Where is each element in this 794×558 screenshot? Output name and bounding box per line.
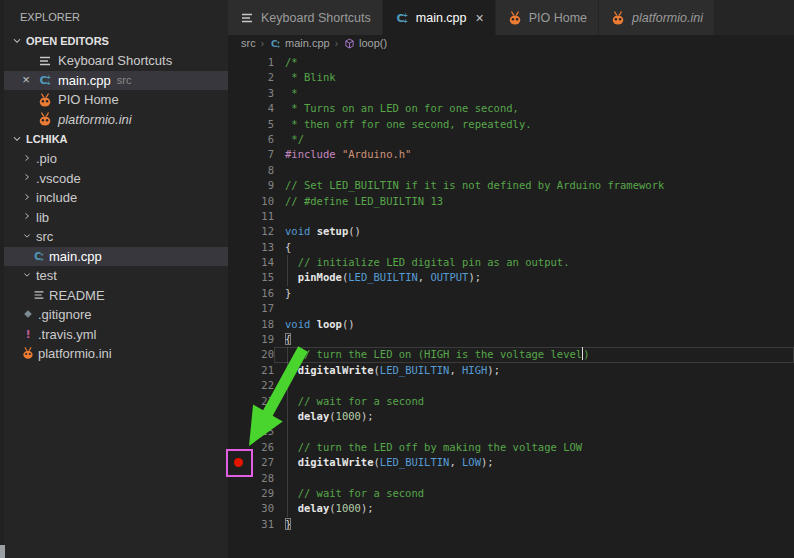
breakpoint-gutter[interactable]	[228, 394, 248, 409]
breakpoint-gutter[interactable]	[228, 317, 248, 332]
code-line-text[interactable]: /*	[274, 55, 794, 70]
tree-item-include[interactable]: include	[0, 188, 228, 208]
tree-item-src[interactable]: src	[0, 227, 228, 247]
line-number[interactable]: 24	[248, 409, 274, 424]
breakpoint-gutter[interactable]	[228, 517, 248, 532]
line-number[interactable]: 12	[248, 224, 274, 239]
code-line-text[interactable]: }	[274, 517, 794, 532]
breadcrumb-item-src[interactable]: src	[241, 37, 256, 49]
breakpoint-gutter[interactable]	[228, 117, 248, 132]
open-editor-item-pio-home[interactable]: PIO Home	[0, 90, 228, 110]
line-number[interactable]: 2	[248, 70, 274, 85]
breakpoint-gutter[interactable]	[228, 409, 248, 424]
tab-main-cpp[interactable]: C++main.cpp×	[383, 0, 496, 35]
code-line-text[interactable]: {	[274, 240, 794, 255]
line-number[interactable]: 17	[248, 301, 274, 316]
breakpoint-gutter[interactable]	[228, 501, 248, 516]
open-editor-item-platformio-ini[interactable]: platformio.ini	[0, 110, 228, 130]
code-line-text[interactable]: void setup()	[274, 224, 794, 239]
code-line-text[interactable]: * Turns on an LED on for one second,	[274, 101, 794, 116]
tree-item-lib[interactable]: lib	[0, 208, 228, 228]
line-number[interactable]: 18	[248, 317, 274, 332]
line-number[interactable]: 22	[248, 378, 274, 393]
breakpoint-gutter[interactable]	[228, 424, 248, 439]
code-line-text[interactable]: */	[274, 132, 794, 147]
breakpoint-gutter[interactable]	[228, 132, 248, 147]
code-line-text[interactable]: * then off for one second, repeatedly.	[274, 117, 794, 132]
open-editor-item-main-cpp[interactable]: ×C++main.cppsrc	[0, 71, 228, 91]
breakpoint-gutter[interactable]	[228, 240, 248, 255]
open-editors-header[interactable]: OPEN EDITORS	[0, 31, 228, 51]
line-number[interactable]: 3	[248, 86, 274, 101]
line-number[interactable]: 19	[248, 332, 274, 347]
breakpoint-gutter[interactable]	[228, 363, 248, 378]
code-line-text[interactable]	[274, 424, 794, 439]
close-icon[interactable]: ×	[18, 72, 34, 88]
open-editor-item-keyboard-shortcuts[interactable]: Keyboard Shortcuts	[0, 51, 228, 71]
tree-item-readme[interactable]: README	[0, 286, 228, 306]
breakpoint-gutter[interactable]	[228, 486, 248, 501]
code-line-text[interactable]: delay(1000);	[274, 501, 794, 516]
breakpoint-gutter[interactable]	[228, 378, 248, 393]
code-line-text[interactable]: *	[274, 86, 794, 101]
line-number[interactable]: 15	[248, 270, 274, 285]
line-number[interactable]: 7	[248, 147, 274, 162]
code-line-text[interactable]	[274, 378, 794, 393]
code-editor[interactable]: 1/*2 * Blink3 *4 * Turns on an LED on fo…	[228, 51, 794, 532]
breakpoint-gutter[interactable]	[228, 209, 248, 224]
tree-item-pio[interactable]: .pio	[0, 149, 228, 169]
breakpoint-gutter[interactable]	[228, 332, 248, 347]
breakpoint-gutter[interactable]	[228, 270, 248, 285]
line-number[interactable]: 30	[248, 501, 274, 516]
breadcrumb-item-main-cpp[interactable]: C++main.cpp	[269, 37, 330, 50]
breakpoint-gutter[interactable]	[228, 301, 248, 316]
code-line-text[interactable]: #include "Arduino.h"	[274, 147, 794, 162]
tree-item-gitignore[interactable]: .gitignore	[0, 305, 228, 325]
close-icon[interactable]: ×	[476, 11, 484, 25]
breakpoint-gutter[interactable]	[228, 178, 248, 193]
line-number[interactable]: 21	[248, 363, 274, 378]
tree-item-travis-yml[interactable]: !.travis.yml	[0, 325, 228, 345]
code-line-text[interactable]	[274, 301, 794, 316]
code-line-text[interactable]: // #define LED_BUILTIN 13	[274, 194, 794, 209]
line-number[interactable]: 29	[248, 486, 274, 501]
tree-item-platformio-ini[interactable]: platformio.ini	[0, 344, 228, 364]
line-number[interactable]: 16	[248, 286, 274, 301]
code-line-text[interactable]	[274, 471, 794, 486]
code-line-text[interactable]: * Blink	[274, 70, 794, 85]
code-line-text[interactable]: {	[274, 332, 794, 347]
code-line-text[interactable]: digitalWrite(LED_BUILTIN, HIGH);	[274, 363, 794, 378]
breakpoint-gutter[interactable]	[228, 255, 248, 270]
breakpoint-gutter[interactable]	[228, 347, 248, 362]
line-number[interactable]: 5	[248, 117, 274, 132]
line-number[interactable]: 8	[248, 163, 274, 178]
code-line-text[interactable]	[274, 209, 794, 224]
code-line-text[interactable]	[274, 163, 794, 178]
line-number[interactable]: 4	[248, 101, 274, 116]
line-number[interactable]: 23	[248, 394, 274, 409]
tree-item-vscode[interactable]: .vscode	[0, 169, 228, 189]
line-number[interactable]: 9	[248, 178, 274, 193]
code-line-text[interactable]: // wait for a second	[274, 394, 794, 409]
code-line-text[interactable]: digitalWrite(LED_BUILTIN, LOW);	[274, 455, 794, 470]
breakpoint-gutter[interactable]	[228, 194, 248, 209]
breakpoint-gutter[interactable]	[228, 86, 248, 101]
breakpoint-gutter[interactable]	[228, 147, 248, 162]
breakpoint-gutter[interactable]	[228, 286, 248, 301]
tree-item-test[interactable]: test	[0, 266, 228, 286]
tab-platformio-ini[interactable]: platformio.ini	[599, 0, 715, 35]
breakpoint-gutter[interactable]	[228, 70, 248, 85]
line-number[interactable]: 14	[248, 255, 274, 270]
line-number[interactable]: 13	[248, 240, 274, 255]
breadcrumb-item-loop[interactable]: loop()	[343, 37, 387, 50]
code-line-text[interactable]: // turn the LED off by making the voltag…	[274, 440, 794, 455]
line-number[interactable]: 6	[248, 132, 274, 147]
breakpoint-gutter[interactable]	[228, 224, 248, 239]
code-line-text[interactable]: void loop()	[274, 317, 794, 332]
tab-keyboard-shortcuts[interactable]: Keyboard Shortcuts	[228, 0, 383, 35]
tree-item-main-cpp[interactable]: C++main.cpp	[0, 247, 228, 267]
line-number[interactable]: 10	[248, 194, 274, 209]
code-line-text[interactable]: // turn the LED on (HIGH is the voltage …	[274, 347, 794, 362]
folder-root-header[interactable]: LCHIKA	[0, 129, 228, 149]
code-line-text[interactable]: // wait for a second	[274, 486, 794, 501]
